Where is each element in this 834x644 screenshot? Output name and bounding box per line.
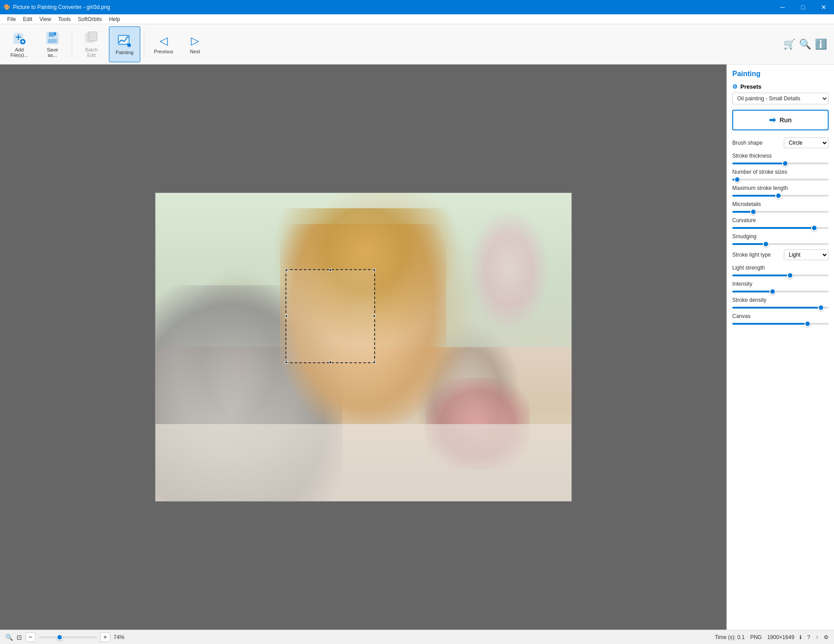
menu-softorbits[interactable]: SoftOrbits <box>74 15 105 23</box>
zoom-out-button[interactable]: − <box>26 632 35 642</box>
curvature-control: Curvature <box>732 217 829 229</box>
info-icon[interactable]: ℹ️ <box>815 39 827 50</box>
selection-box[interactable] <box>285 269 375 363</box>
presets-section: ⚙ Presets Oil painting - Small Details O… <box>732 83 829 104</box>
save-icon <box>45 31 60 45</box>
canvas-fill <box>732 323 808 325</box>
statusbar-info-icon[interactable]: ℹ <box>799 634 802 640</box>
curvature-track <box>732 227 829 229</box>
stroke-sizes-label: Number of stroke sizes <box>732 169 829 175</box>
stroke-density-track <box>732 307 829 309</box>
statusbar-help-icon[interactable]: ? <box>807 634 810 640</box>
smudging-control: Smudging <box>732 233 829 245</box>
max-stroke-length-control: Maximum stroke length <box>732 185 829 197</box>
previous-label: Previous <box>154 49 173 54</box>
search-icon[interactable]: 🔍 <box>799 39 811 50</box>
zoom-slider[interactable] <box>39 636 97 638</box>
smudging-label: Smudging <box>732 233 829 240</box>
close-button[interactable]: ✕ <box>813 0 834 14</box>
stroke-density-fill <box>732 307 821 309</box>
svg-rect-12 <box>89 32 97 41</box>
statusbar-settings-icon[interactable]: ⚙ <box>824 634 829 640</box>
next-button[interactable]: ▷ Next <box>179 26 211 62</box>
brush-shape-control: Brush shape Circle Square Diamond <box>732 137 829 148</box>
menu-edit[interactable]: Edit <box>19 15 36 23</box>
smudging-track <box>732 243 829 245</box>
stroke-light-type-control: Stroke light type Light Dark None <box>732 249 829 260</box>
add-files-icon <box>12 31 26 45</box>
stroke-density-control: Stroke density <box>732 297 829 309</box>
stroke-sizes-thumb[interactable] <box>734 176 740 183</box>
menu-view[interactable]: View <box>36 15 55 23</box>
intensity-thumb[interactable] <box>769 288 776 295</box>
cart-icon[interactable]: 🛒 <box>783 39 795 50</box>
save-as-button[interactable]: Saveas... <box>37 26 68 62</box>
save-as-label: Saveas... <box>47 47 58 58</box>
smudging-fill <box>732 243 766 245</box>
painting-button[interactable]: Painting <box>109 26 140 62</box>
previous-button[interactable]: ◁ Previous <box>148 26 179 62</box>
microdetails-track <box>732 211 829 213</box>
canvas-control: Canvas <box>732 313 829 325</box>
canvas-thumb[interactable] <box>804 321 811 327</box>
intensity-track <box>732 291 829 292</box>
curvature-fill <box>732 227 814 229</box>
stroke-light-type-label: Stroke light type <box>732 252 771 258</box>
add-files-button[interactable]: AddFile(s)... <box>4 26 35 62</box>
format-label: PNG <box>750 634 762 640</box>
painting-label: Painting <box>116 50 134 55</box>
curvature-thumb[interactable] <box>811 225 817 231</box>
presets-icon: ⚙ <box>732 83 738 90</box>
stroke-thickness-label: Stroke thickness <box>732 153 829 159</box>
presets-dropdown[interactable]: Oil painting - Small Details Oil paintin… <box>732 93 829 104</box>
svg-rect-8 <box>48 39 57 43</box>
stroke-thickness-control: Stroke thickness <box>732 153 829 164</box>
max-stroke-length-thumb[interactable] <box>775 193 782 199</box>
canvas-area[interactable] <box>0 64 726 630</box>
status-bar: 🔍 ⊡ − + 74% Time (s): 0.1 PNG 1900×1649 … <box>0 630 834 644</box>
svg-rect-7 <box>49 32 54 37</box>
time-label: Time (s): 0.1 <box>715 634 745 640</box>
menu-help[interactable]: Help <box>105 15 124 23</box>
menu-bar: File Edit View Tools SoftOrbits Help <box>0 14 834 24</box>
maximize-button[interactable]: □ <box>793 0 813 14</box>
svg-rect-9 <box>54 32 56 35</box>
zoom-in-button[interactable]: + <box>100 632 110 642</box>
stroke-thickness-thumb[interactable] <box>782 160 788 167</box>
minimize-button[interactable]: ─ <box>772 0 793 14</box>
zoom-search-icon: 🔍 <box>5 634 13 641</box>
status-right: Time (s): 0.1 PNG 1900×1649 ℹ ? ↑ ⚙ <box>715 634 829 640</box>
stroke-sizes-track <box>732 179 829 180</box>
canvas-label: Canvas <box>732 313 829 319</box>
title-bar: 🎨 Picture to Painting Converter - girl3d… <box>0 0 834 14</box>
microdetails-label: Microdetails <box>732 201 829 207</box>
statusbar-share-icon[interactable]: ↑ <box>816 634 818 640</box>
window-title: Picture to Painting Converter - girl3d.p… <box>13 4 110 10</box>
next-arrow-icon: ▷ <box>191 34 199 47</box>
stroke-thickness-fill <box>732 163 785 164</box>
status-left: 🔍 ⊡ − + 74% <box>5 632 125 642</box>
stroke-sizes-control: Number of stroke sizes <box>732 169 829 180</box>
presets-label: ⚙ Presets <box>732 83 829 90</box>
light-strength-thumb[interactable] <box>787 272 793 279</box>
run-button[interactable]: ➡ Run <box>732 110 829 130</box>
light-strength-track <box>732 275 829 276</box>
intensity-label: Intensity <box>732 281 829 287</box>
batch-edit-button[interactable]: BatchEdit <box>76 26 107 62</box>
painting-icon <box>117 34 132 48</box>
smudging-thumb[interactable] <box>763 241 769 247</box>
stroke-thickness-track <box>732 163 829 164</box>
run-arrow-icon: ➡ <box>769 115 776 125</box>
menu-file[interactable]: File <box>4 15 19 23</box>
toolbar-sep-2 <box>144 31 144 58</box>
brush-shape-dropdown[interactable]: Circle Square Diamond <box>784 137 829 148</box>
intensity-control: Intensity <box>732 281 829 292</box>
stroke-density-thumb[interactable] <box>818 305 824 311</box>
dimensions-label: 1900×1649 <box>767 634 794 640</box>
stroke-light-type-dropdown[interactable]: Light Dark None <box>784 249 829 260</box>
batch-edit-icon <box>84 31 99 45</box>
panel-title: Painting <box>732 70 829 78</box>
brush-shape-label: Brush shape <box>732 140 762 146</box>
microdetails-thumb[interactable] <box>750 209 756 215</box>
menu-tools[interactable]: Tools <box>55 15 74 23</box>
